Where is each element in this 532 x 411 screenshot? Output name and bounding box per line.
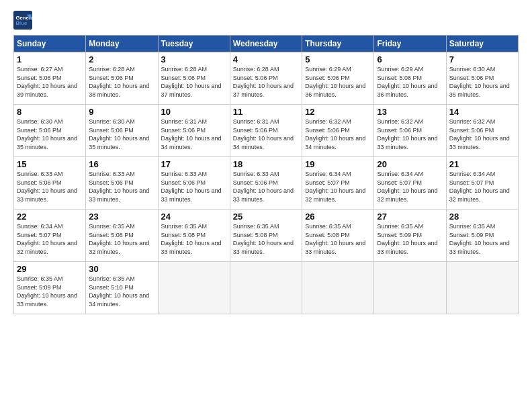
weekday-header: SundayMondayTuesdayWednesdayThursdayFrid…: [14, 36, 519, 52]
day-number: 30: [89, 264, 154, 274]
calendar-row-1: 1 Sunrise: 6:27 AMSunset: 5:06 PMDayligh…: [14, 52, 519, 105]
weekday-saturday: Saturday: [446, 36, 518, 52]
header: General Blue: [13, 11, 519, 30]
day-info: Sunrise: 6:28 AMSunset: 5:06 PMDaylight:…: [89, 65, 154, 99]
calendar-cell: 10 Sunrise: 6:31 AMSunset: 5:06 PMDaylig…: [158, 105, 230, 157]
calendar-body: 1 Sunrise: 6:27 AMSunset: 5:06 PMDayligh…: [14, 52, 519, 314]
day-number: 23: [89, 212, 154, 222]
weekday-wednesday: Wednesday: [230, 36, 302, 52]
day-number: 19: [305, 159, 371, 169]
day-number: 22: [17, 212, 83, 222]
day-info: Sunrise: 6:32 AMSunset: 5:06 PMDaylight:…: [377, 118, 443, 151]
calendar-cell: 27 Sunrise: 6:35 AMSunset: 5:09 PMDaylig…: [374, 210, 446, 262]
calendar-cell: 21 Sunrise: 6:34 AMSunset: 5:07 PMDaylig…: [446, 157, 518, 210]
calendar-cell: 5 Sunrise: 6:29 AMSunset: 5:06 PMDayligh…: [302, 52, 374, 105]
calendar-cell: 16 Sunrise: 6:33 AMSunset: 5:06 PMDaylig…: [86, 157, 158, 210]
day-number: 17: [161, 159, 227, 169]
day-info: Sunrise: 6:32 AMSunset: 5:06 PMDaylight:…: [449, 118, 515, 151]
calendar-cell: 29 Sunrise: 6:35 AMSunset: 5:09 PMDaylig…: [14, 262, 86, 314]
day-info: Sunrise: 6:30 AMSunset: 5:06 PMDaylight:…: [89, 118, 154, 151]
weekday-sunday: Sunday: [14, 36, 86, 52]
day-number: 20: [377, 159, 443, 169]
calendar-cell: [446, 262, 518, 314]
calendar-cell: 23 Sunrise: 6:35 AMSunset: 5:08 PMDaylig…: [86, 210, 158, 262]
day-info: Sunrise: 6:34 AMSunset: 5:07 PMDaylight:…: [449, 170, 515, 203]
day-number: 15: [17, 159, 83, 169]
calendar-cell: [230, 262, 302, 314]
day-info: Sunrise: 6:31 AMSunset: 5:06 PMDaylight:…: [233, 118, 299, 151]
calendar-cell: 11 Sunrise: 6:31 AMSunset: 5:06 PMDaylig…: [230, 105, 302, 157]
day-info: Sunrise: 6:34 AMSunset: 5:07 PMDaylight:…: [305, 170, 371, 203]
calendar-cell: 18 Sunrise: 6:33 AMSunset: 5:06 PMDaylig…: [230, 157, 302, 210]
day-number: 24: [161, 212, 227, 222]
day-number: 26: [305, 212, 371, 222]
calendar-cell: 12 Sunrise: 6:32 AMSunset: 5:06 PMDaylig…: [302, 105, 374, 157]
calendar-cell: 15 Sunrise: 6:33 AMSunset: 5:06 PMDaylig…: [14, 157, 86, 210]
day-info: Sunrise: 6:35 AMSunset: 5:08 PMDaylight:…: [89, 222, 154, 256]
calendar-cell: 20 Sunrise: 6:34 AMSunset: 5:07 PMDaylig…: [374, 157, 446, 210]
day-number: 25: [233, 212, 299, 222]
calendar-cell: 30 Sunrise: 6:35 AMSunset: 5:10 PMDaylig…: [86, 262, 158, 314]
logo-icon: General Blue: [13, 11, 32, 30]
calendar-cell: 28 Sunrise: 6:35 AMSunset: 5:09 PMDaylig…: [446, 210, 518, 262]
day-info: Sunrise: 6:30 AMSunset: 5:06 PMDaylight:…: [17, 118, 83, 151]
day-number: 12: [305, 107, 371, 117]
day-number: 27: [377, 212, 443, 222]
day-number: 2: [89, 54, 154, 64]
day-number: 1: [17, 54, 83, 64]
calendar-cell: 4 Sunrise: 6:28 AMSunset: 5:06 PMDayligh…: [230, 52, 302, 105]
day-number: 18: [233, 159, 299, 169]
day-info: Sunrise: 6:29 AMSunset: 5:06 PMDaylight:…: [377, 65, 443, 99]
day-number: 7: [449, 54, 515, 64]
logo: General Blue: [13, 11, 35, 30]
day-info: Sunrise: 6:33 AMSunset: 5:06 PMDaylight:…: [17, 170, 83, 203]
day-number: 10: [161, 107, 227, 117]
day-number: 8: [17, 107, 83, 117]
calendar-cell: 14 Sunrise: 6:32 AMSunset: 5:06 PMDaylig…: [446, 105, 518, 157]
day-number: 21: [449, 159, 515, 169]
day-number: 3: [161, 54, 227, 64]
calendar-cell: [302, 262, 374, 314]
calendar-table: SundayMondayTuesdayWednesdayThursdayFrid…: [13, 35, 519, 314]
calendar-cell: 3 Sunrise: 6:28 AMSunset: 5:06 PMDayligh…: [158, 52, 230, 105]
calendar-cell: 9 Sunrise: 6:30 AMSunset: 5:06 PMDayligh…: [86, 105, 158, 157]
day-info: Sunrise: 6:35 AMSunset: 5:09 PMDaylight:…: [449, 222, 515, 256]
day-info: Sunrise: 6:28 AMSunset: 5:06 PMDaylight:…: [161, 65, 227, 99]
calendar-cell: 26 Sunrise: 6:35 AMSunset: 5:08 PMDaylig…: [302, 210, 374, 262]
calendar-cell: 2 Sunrise: 6:28 AMSunset: 5:06 PMDayligh…: [86, 52, 158, 105]
calendar-row-3: 15 Sunrise: 6:33 AMSunset: 5:06 PMDaylig…: [14, 157, 519, 210]
calendar-cell: 1 Sunrise: 6:27 AMSunset: 5:06 PMDayligh…: [14, 52, 86, 105]
day-info: Sunrise: 6:35 AMSunset: 5:10 PMDaylight:…: [89, 275, 154, 308]
calendar-cell: [158, 262, 230, 314]
day-number: 9: [89, 107, 154, 117]
calendar-row-2: 8 Sunrise: 6:30 AMSunset: 5:06 PMDayligh…: [14, 105, 519, 157]
calendar-cell: 6 Sunrise: 6:29 AMSunset: 5:06 PMDayligh…: [374, 52, 446, 105]
day-number: 16: [89, 159, 154, 169]
day-number: 28: [449, 212, 515, 222]
calendar-cell: 19 Sunrise: 6:34 AMSunset: 5:07 PMDaylig…: [302, 157, 374, 210]
day-info: Sunrise: 6:31 AMSunset: 5:06 PMDaylight:…: [161, 118, 227, 151]
weekday-tuesday: Tuesday: [158, 36, 230, 52]
calendar-cell: 8 Sunrise: 6:30 AMSunset: 5:06 PMDayligh…: [14, 105, 86, 157]
day-info: Sunrise: 6:27 AMSunset: 5:06 PMDaylight:…: [17, 65, 83, 99]
day-info: Sunrise: 6:29 AMSunset: 5:06 PMDaylight:…: [305, 65, 371, 99]
weekday-thursday: Thursday: [302, 36, 374, 52]
day-info: Sunrise: 6:33 AMSunset: 5:06 PMDaylight:…: [89, 170, 154, 203]
day-number: 5: [305, 54, 371, 64]
calendar-row-4: 22 Sunrise: 6:34 AMSunset: 5:07 PMDaylig…: [14, 210, 519, 262]
day-info: Sunrise: 6:28 AMSunset: 5:06 PMDaylight:…: [233, 65, 299, 99]
day-info: Sunrise: 6:35 AMSunset: 5:08 PMDaylight:…: [305, 222, 371, 256]
day-info: Sunrise: 6:34 AMSunset: 5:07 PMDaylight:…: [17, 222, 83, 256]
day-number: 4: [233, 54, 299, 64]
svg-text:Blue: Blue: [16, 20, 28, 26]
day-number: 13: [377, 107, 443, 117]
day-info: Sunrise: 6:35 AMSunset: 5:09 PMDaylight:…: [377, 222, 443, 256]
day-info: Sunrise: 6:32 AMSunset: 5:06 PMDaylight:…: [305, 118, 371, 151]
calendar-row-5: 29 Sunrise: 6:35 AMSunset: 5:09 PMDaylig…: [14, 262, 519, 314]
day-info: Sunrise: 6:35 AMSunset: 5:08 PMDaylight:…: [161, 222, 227, 256]
day-info: Sunrise: 6:35 AMSunset: 5:08 PMDaylight:…: [233, 222, 299, 256]
calendar-cell: 13 Sunrise: 6:32 AMSunset: 5:06 PMDaylig…: [374, 105, 446, 157]
weekday-friday: Friday: [374, 36, 446, 52]
calendar-cell: 22 Sunrise: 6:34 AMSunset: 5:07 PMDaylig…: [14, 210, 86, 262]
calendar-cell: 7 Sunrise: 6:30 AMSunset: 5:06 PMDayligh…: [446, 52, 518, 105]
